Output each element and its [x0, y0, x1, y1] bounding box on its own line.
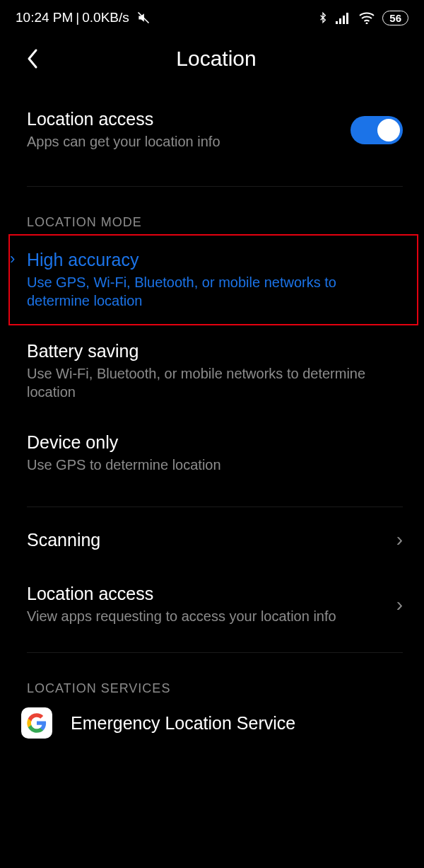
- mute-icon: [136, 11, 151, 25]
- location-access-title: Location access: [27, 109, 351, 129]
- mode-device-only-title: Device only: [27, 432, 403, 453]
- svg-point-5: [366, 23, 368, 25]
- wifi-icon: [358, 11, 375, 24]
- location-access-row[interactable]: Location access Apps can get your locati…: [0, 86, 424, 173]
- scanning-title: Scanning: [27, 530, 388, 550]
- scanning-row[interactable]: Scanning ›: [0, 507, 424, 572]
- location-access-apps-title: Location access: [27, 584, 388, 604]
- toggle-knob: [377, 119, 400, 141]
- page-title: Location: [42, 47, 390, 71]
- mode-battery-saving-subtitle: Use Wi-Fi, Bluetooth, or mobile networks…: [27, 364, 403, 401]
- status-bar: 10:24 PM | 0.0KB/s: [0, 0, 424, 31]
- svg-rect-2: [339, 18, 341, 24]
- mode-device-only[interactable]: Device only Use GPS to determine locatio…: [0, 417, 424, 490]
- svg-rect-4: [346, 13, 348, 24]
- mode-high-accuracy-title: High accuracy: [27, 250, 403, 270]
- location-access-toggle[interactable]: [351, 116, 403, 144]
- section-label-mode: LOCATION MODE: [0, 187, 424, 234]
- section-label-services: LOCATION SERVICES: [0, 653, 424, 700]
- back-button[interactable]: [23, 49, 42, 69]
- mode-device-only-subtitle: Use GPS to determine location: [27, 456, 403, 474]
- status-sep: |: [76, 10, 79, 25]
- location-access-apps-row[interactable]: Location access View apps requesting to …: [0, 572, 424, 645]
- emergency-location-service-title: Emergency Location Service: [71, 713, 295, 734]
- status-speed: 0.0KB/s: [82, 10, 129, 25]
- header: Location: [0, 31, 424, 86]
- chevron-right-icon: ›: [388, 594, 403, 616]
- google-icon: [21, 707, 52, 739]
- bluetooth-icon: [317, 10, 329, 25]
- svg-rect-3: [343, 16, 345, 24]
- emergency-location-service-row[interactable]: Emergency Location Service: [0, 700, 424, 739]
- signal-icon: [336, 11, 351, 24]
- mode-high-accuracy-subtitle: Use GPS, Wi-Fi, Bluetooth, or mobile net…: [27, 273, 403, 310]
- status-time: 10:24 PM: [16, 10, 73, 25]
- chevron-right-icon: ›: [388, 528, 403, 551]
- mode-battery-saving[interactable]: Battery saving Use Wi-Fi, Bluetooth, or …: [0, 325, 424, 417]
- location-access-subtitle: Apps can get your location info: [27, 132, 351, 151]
- selected-indicator-icon: ›: [10, 250, 15, 268]
- mode-high-accuracy[interactable]: › High accuracy Use GPS, Wi-Fi, Bluetoot…: [0, 234, 424, 325]
- svg-rect-1: [336, 21, 338, 24]
- battery-indicator: 56: [382, 11, 408, 25]
- mode-battery-saving-title: Battery saving: [27, 341, 403, 361]
- location-access-apps-subtitle: View apps requesting to access your loca…: [27, 607, 388, 625]
